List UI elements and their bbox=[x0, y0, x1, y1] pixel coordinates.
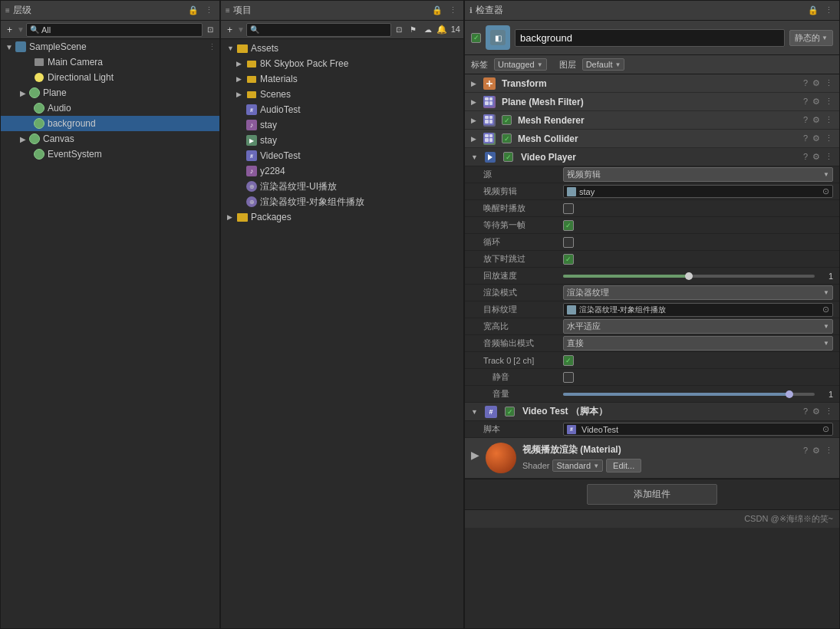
source-dropdown[interactable]: 视频剪辑 ▼ bbox=[563, 167, 833, 182]
settings-icon[interactable]: ⚙ bbox=[812, 115, 820, 125]
project-item-skybox[interactable]: ▶ 8K Skybox Pack Free bbox=[221, 56, 463, 71]
component-meshfilter[interactable]: ▶ Plane (Mesh Filter) ? ⚙ ⋮ bbox=[465, 93, 839, 111]
help-icon[interactable]: ? bbox=[803, 115, 808, 125]
project-lock-icon[interactable]: 🔒 bbox=[430, 5, 444, 15]
loop-checkbox[interactable] bbox=[563, 237, 574, 248]
component-script[interactable]: ▼ # ✓ Video Test （脚本） ? ⚙ ⋮ bbox=[465, 403, 839, 421]
hierarchy-filter-button[interactable]: ⊡ bbox=[204, 25, 216, 35]
component-videoplayer[interactable]: ▼ ✓ Video Player ? ⚙ ⋮ bbox=[465, 148, 839, 166]
clip-field[interactable]: stay ⊙ bbox=[563, 185, 833, 198]
hierarchy-item-canvas[interactable]: ▶ Canvas bbox=[1, 131, 219, 147]
clip-pick-icon[interactable]: ⊙ bbox=[822, 186, 829, 196]
inspector-more-icon[interactable]: ⋮ bbox=[823, 5, 835, 15]
inspector-lock-icon[interactable]: 🔒 bbox=[806, 5, 820, 15]
script-enabled[interactable]: ✓ bbox=[505, 407, 515, 417]
static-button[interactable]: 静态的 ▼ bbox=[789, 30, 833, 46]
hierarchy-item-samplescene[interactable]: ▼ SampleScene ⋮ bbox=[1, 39, 219, 54]
more-icon[interactable]: ⋮ bbox=[825, 133, 833, 143]
component-transform[interactable]: ▶ Transform ? ⚙ ⋮ bbox=[465, 74, 839, 93]
project-item-shader2[interactable]: ⊕ 渲染器纹理-对象组件播放 bbox=[221, 194, 463, 209]
project-item-materials[interactable]: ▶ Materials bbox=[221, 71, 463, 87]
project-item-videotest[interactable]: # VideoTest bbox=[221, 148, 463, 163]
project-add-button[interactable]: + bbox=[224, 24, 236, 36]
settings-icon[interactable]: ⚙ bbox=[812, 133, 820, 143]
help-icon[interactable]: ? bbox=[803, 78, 808, 88]
wakeup-checkbox[interactable] bbox=[563, 203, 574, 214]
hierarchy-add-button[interactable]: + bbox=[4, 24, 15, 36]
help-icon[interactable]: ? bbox=[803, 446, 808, 456]
targettexture-pick-icon[interactable]: ⊙ bbox=[822, 305, 829, 314]
project-item-shader1[interactable]: ⊕ 渲染器纹理-UI播放 bbox=[221, 179, 463, 194]
aspect-dropdown[interactable]: 水平适应 ▼ bbox=[563, 319, 833, 334]
material-expand-icon[interactable]: ▶ bbox=[471, 449, 479, 461]
more-icon[interactable]: ⋮ bbox=[825, 407, 833, 417]
component-meshcollider[interactable]: ▶ ✓ Mesh Collider ? ⚙ ⋮ bbox=[465, 130, 839, 148]
shader-edit-button[interactable]: Edit... bbox=[606, 459, 641, 473]
settings-icon[interactable]: ⚙ bbox=[812, 152, 820, 162]
help-icon[interactable]: ? bbox=[803, 152, 808, 162]
hierarchy-search-box[interactable]: 🔍 bbox=[26, 23, 203, 37]
settings-icon[interactable]: ⚙ bbox=[812, 97, 820, 107]
hierarchy-item-plane[interactable]: ▶ Plane bbox=[1, 85, 219, 100]
hierarchy-item-directionallight[interactable]: Directional Light bbox=[1, 70, 219, 85]
hierarchy-item-maincamera[interactable]: Main Camera bbox=[1, 54, 219, 70]
more-icon[interactable]: ⋮ bbox=[825, 446, 833, 456]
component-meshrenderer[interactable]: ▶ ✓ Mesh Renderer ? ⚙ ⋮ bbox=[465, 111, 839, 130]
project-filter-btn[interactable]: ⊡ bbox=[393, 25, 405, 35]
help-icon[interactable]: ? bbox=[803, 133, 808, 143]
volume-slider[interactable]: 1 bbox=[563, 390, 833, 399]
hierarchy-item-background[interactable]: background bbox=[1, 116, 219, 131]
hierarchy-item-audio[interactable]: Audio bbox=[1, 100, 219, 116]
scene-more-icon[interactable]: ⋮ bbox=[208, 42, 219, 52]
hierarchy-more-icon[interactable]: ⋮ bbox=[203, 5, 215, 15]
settings-icon[interactable]: ⚙ bbox=[812, 407, 820, 417]
more-icon[interactable]: ⋮ bbox=[825, 152, 833, 162]
project-item-audiotest[interactable]: # AudioTest bbox=[221, 102, 463, 117]
project-cloud-btn[interactable]: ☁ bbox=[421, 25, 435, 35]
project-more-icon[interactable]: ⋮ bbox=[447, 5, 459, 15]
help-icon[interactable]: ? bbox=[803, 97, 808, 107]
mute-checkbox[interactable] bbox=[563, 372, 574, 383]
layer-dropdown[interactable]: Default ▼ bbox=[582, 58, 625, 71]
settings-icon[interactable]: ⚙ bbox=[812, 78, 820, 88]
hierarchy-search-input[interactable] bbox=[41, 25, 199, 35]
shader-dropdown[interactable]: Standard ▼ bbox=[552, 459, 603, 472]
volume-thumb[interactable] bbox=[786, 390, 793, 398]
skip-checkbox[interactable] bbox=[563, 254, 574, 265]
hierarchy-item-eventsystem[interactable]: EventSystem bbox=[1, 147, 219, 162]
project-item-stay-music[interactable]: ♪ stay bbox=[221, 117, 463, 133]
project-search-input[interactable] bbox=[262, 25, 387, 35]
speed-slider[interactable]: 1 bbox=[563, 272, 833, 281]
help-icon[interactable]: ? bbox=[803, 407, 808, 417]
tag-dropdown[interactable]: Untagged ▼ bbox=[494, 58, 547, 71]
meshrenderer-enabled[interactable]: ✓ bbox=[502, 115, 512, 125]
audiomode-dropdown[interactable]: 直接 ▼ bbox=[563, 336, 833, 351]
more-icon[interactable]: ⋮ bbox=[825, 97, 833, 107]
object-name-input[interactable] bbox=[515, 29, 785, 47]
meshcollider-enabled[interactable]: ✓ bbox=[502, 133, 512, 143]
track-checkbox[interactable] bbox=[563, 355, 574, 366]
source-arrow-icon: ▼ bbox=[823, 171, 829, 178]
targettexture-field[interactable]: 渲染器纹理-对象组件播放 ⊙ bbox=[563, 303, 833, 317]
settings-icon[interactable]: ⚙ bbox=[812, 446, 820, 456]
project-collab-btn[interactable]: ⚑ bbox=[407, 25, 420, 35]
speed-thumb[interactable] bbox=[685, 272, 693, 280]
project-item-scenes[interactable]: ▶ Scenes bbox=[221, 87, 463, 102]
more-icon[interactable]: ⋮ bbox=[825, 115, 833, 125]
hierarchy-lock-icon[interactable]: 🔒 bbox=[186, 5, 200, 15]
rendermode-dropdown[interactable]: 渲染器纹理 ▼ bbox=[563, 285, 833, 300]
project-search-box[interactable]: 🔍 bbox=[246, 23, 391, 37]
project-item-assets[interactable]: ▼ Assets bbox=[221, 41, 463, 56]
rendermode-value: 渲染器纹理 bbox=[567, 287, 609, 298]
add-component-button[interactable]: 添加组件 bbox=[587, 484, 717, 505]
more-icon[interactable]: ⋮ bbox=[825, 78, 833, 88]
project-item-packages[interactable]: ▶ Packages bbox=[221, 209, 463, 225]
script-field[interactable]: # VideoTest ⊙ bbox=[563, 423, 833, 436]
script-prop-label: 脚本 bbox=[483, 423, 560, 435]
project-item-stay-video[interactable]: ▶ stay bbox=[221, 133, 463, 148]
object-enabled-check[interactable]: ✓ bbox=[471, 33, 481, 43]
videoplayer-enabled[interactable]: ✓ bbox=[503, 152, 513, 162]
script-pick-icon[interactable]: ⊙ bbox=[822, 424, 829, 434]
firstframe-checkbox[interactable] bbox=[563, 220, 574, 231]
project-item-y2284[interactable]: ♪ y2284 bbox=[221, 163, 463, 179]
